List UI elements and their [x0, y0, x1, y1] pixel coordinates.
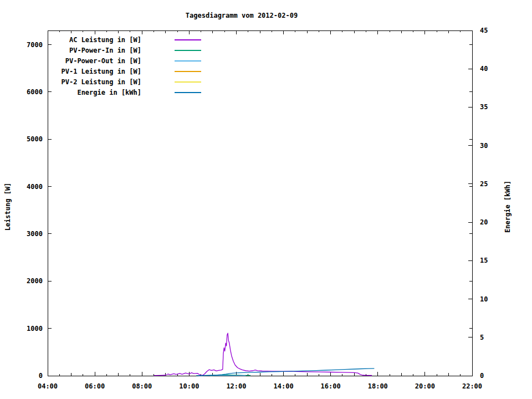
y-tick-label: 3000: [27, 230, 43, 238]
legend-item: AC Leistung in [W]: [48, 34, 201, 45]
legend-color-sample: [175, 50, 201, 51]
series-line-ac-leistung: [154, 333, 372, 375]
y2-tick-label: 5: [480, 334, 484, 341]
x-tick-label: 14:00: [273, 382, 293, 390]
legend-color-sample: [175, 39, 201, 40]
y2-tick-label: 15: [480, 257, 488, 264]
x-tick-label: 10:00: [179, 382, 199, 390]
legend-color-sample: [175, 71, 201, 72]
x-tick-label: 08:00: [132, 382, 152, 390]
x-tick-label: 12:00: [226, 382, 246, 390]
legend-item: PV-Power-Out in [W]: [48, 55, 201, 66]
y2-tick-label: 25: [480, 180, 488, 188]
y-tick-label: 2000: [27, 277, 43, 285]
y2-tick-label: 20: [480, 218, 488, 226]
legend-item: PV-Power-In in [W]: [48, 45, 201, 55]
y-tick-label: 5000: [27, 135, 43, 143]
x-tick-label: 20:00: [415, 382, 435, 390]
y-tick-label: 1000: [27, 325, 43, 332]
legend-label: Energie in [kWh]: [48, 89, 141, 96]
y2-tick-label: 40: [480, 65, 488, 73]
y-tick-label: 0: [39, 372, 43, 380]
x-tick-label: 16:00: [321, 382, 341, 390]
legend-label: AC Leistung in [W]: [48, 36, 141, 44]
legend-label: PV-1 Leistung in [W]: [48, 68, 141, 75]
x-tick-label: 06:00: [85, 382, 105, 390]
y-tick-label: 6000: [27, 88, 43, 96]
y-tick-label: 4000: [27, 183, 43, 191]
legend-item: Energie in [kWh]: [48, 87, 201, 98]
y2-tick-label: 45: [480, 27, 488, 34]
chart-page: { "chart_data": { "type": "line", "title…: [0, 0, 532, 399]
legend-color-sample: [175, 81, 201, 83]
y2-tick-label: 30: [480, 142, 488, 150]
legend-item: PV-2 Leistung in [W]: [48, 76, 201, 87]
legend-label: PV-Power-In in [W]: [48, 47, 141, 54]
y2-tick-label: 0: [480, 372, 484, 380]
x-tick-label: 22:00: [462, 382, 482, 390]
legend-color-sample: [175, 60, 201, 62]
legend-color-sample: [175, 92, 201, 93]
x-tick-label: 04:00: [38, 382, 58, 390]
y-tick-label: 7000: [27, 41, 43, 49]
y2-tick-label: 10: [480, 295, 488, 303]
x-tick-label: 18:00: [368, 382, 388, 390]
legend-label: PV-2 Leistung in [W]: [48, 78, 141, 86]
legend: AC Leistung in [W]PV-Power-In in [W]PV-P…: [48, 34, 201, 98]
legend-item: PV-1 Leistung in [W]: [48, 66, 201, 76]
y2-tick-label: 35: [480, 103, 488, 111]
legend-label: PV-Power-Out in [W]: [48, 57, 141, 65]
